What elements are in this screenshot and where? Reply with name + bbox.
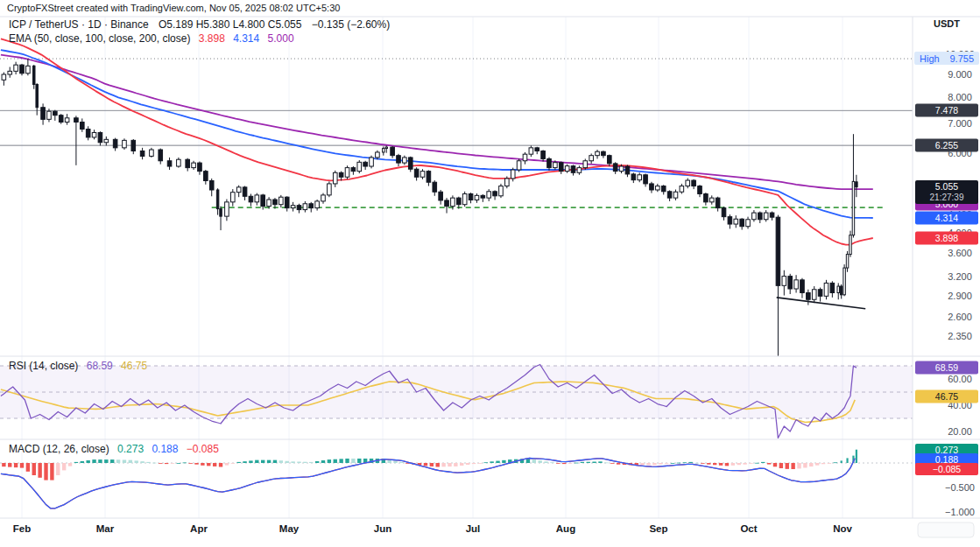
svg-text:7.478: 7.478 — [935, 105, 958, 116]
candles-layer — [2, 59, 857, 362]
svg-text:68.59: 68.59 — [935, 362, 958, 373]
svg-text:2.350: 2.350 — [948, 331, 972, 341]
month-label-sep: Sep — [649, 523, 667, 534]
macd-pane[interactable] — [0, 450, 913, 508]
month-label-jul: Jul — [466, 523, 481, 534]
svg-text:−0.500: −0.500 — [945, 482, 975, 493]
svg-text:2.600: 2.600 — [948, 312, 972, 322]
last-price-value: 5.055 — [935, 181, 958, 192]
countdown-timer: 21:27:39 — [930, 193, 964, 202]
month-label-aug: Aug — [556, 523, 575, 534]
month-label-feb: Feb — [13, 523, 31, 534]
ema100-line — [1, 50, 873, 218]
svg-text:2.900: 2.900 — [948, 291, 972, 301]
ema200-line — [1, 55, 873, 190]
svg-text:20.00: 20.00 — [948, 426, 972, 437]
rsi-pane[interactable] — [0, 365, 913, 438]
axis-corner-button[interactable] — [918, 522, 974, 537]
month-label-mar: Mar — [96, 523, 115, 534]
svg-text:46.75: 46.75 — [935, 391, 958, 402]
svg-text:7.000: 7.000 — [948, 118, 972, 129]
tradingview-snapshot: USDT10.0009.0008.0007.0006.0004.4004.000… — [0, 0, 980, 547]
month-label-may: May — [279, 523, 300, 534]
month-label-nov: Nov — [833, 523, 852, 534]
month-label-oct: Oct — [740, 523, 757, 534]
svg-text:6.255: 6.255 — [935, 140, 958, 151]
svg-text:9.000: 9.000 — [948, 69, 972, 80]
month-gridlines — [22, 17, 843, 518]
time-axis[interactable]: FebMarAprMayJunJulAugSepOctNov — [13, 522, 974, 537]
high-label-value: 9.755 — [949, 53, 974, 64]
svg-text:4.314: 4.314 — [935, 213, 958, 223]
chart-canvas[interactable]: USDT10.0009.0008.0007.0006.0004.4004.000… — [0, 0, 980, 547]
svg-text:3.200: 3.200 — [948, 271, 972, 282]
svg-text:8.000: 8.000 — [948, 92, 972, 102]
month-label-apr: Apr — [190, 523, 208, 534]
month-label-jun: Jun — [374, 523, 391, 534]
price-pane[interactable] — [0, 39, 913, 361]
svg-text:−1.000: −1.000 — [945, 507, 975, 517]
high-label-prefix: High — [920, 53, 940, 64]
axis-currency-label: USDT — [934, 18, 960, 29]
svg-text:3.600: 3.600 — [948, 248, 972, 258]
macd-histogram — [2, 450, 857, 480]
svg-text:3.898: 3.898 — [935, 233, 958, 243]
svg-text:60.00: 60.00 — [948, 374, 972, 384]
descending-trendline — [777, 298, 865, 309]
svg-text:−0.085: −0.085 — [933, 464, 962, 474]
